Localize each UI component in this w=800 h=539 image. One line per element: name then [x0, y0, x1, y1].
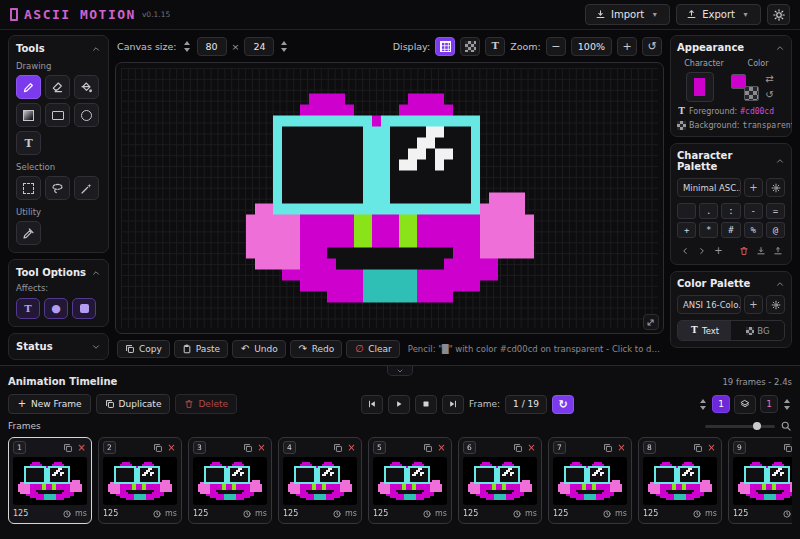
first-frame-button[interactable]	[361, 395, 383, 414]
duplicate-frame-icon[interactable]	[242, 442, 253, 453]
palette-character-button[interactable]: %	[744, 222, 763, 238]
chevron-up-icon[interactable]	[775, 156, 785, 166]
export-button[interactable]: Export ▾	[676, 4, 761, 25]
frame-card[interactable]: 8×125ms	[638, 437, 722, 524]
canvas-width-value[interactable]: 80	[197, 37, 227, 56]
palette-character-button[interactable]: #	[721, 222, 740, 238]
chevron-up-icon[interactable]	[775, 43, 785, 53]
new-frame-button[interactable]: +New Frame	[8, 394, 91, 414]
frame-duration-button[interactable]	[511, 508, 522, 519]
palette-character-button[interactable]: -	[744, 203, 763, 219]
import-button[interactable]: Import ▾	[585, 4, 670, 25]
paste-button[interactable]: Paste	[174, 340, 228, 358]
duplicate-frame-icon[interactable]	[512, 442, 523, 453]
palette-character-button[interactable]	[677, 203, 696, 219]
timeline-collapse-button[interactable]	[387, 366, 413, 376]
swap-colors-button[interactable]: ⇄	[763, 73, 777, 86]
canvas-height-stepper[interactable]	[279, 41, 289, 52]
palette-add-button[interactable]: +	[711, 244, 726, 258]
onion-next-count[interactable]: 1	[760, 395, 778, 413]
frame-card[interactable]: 2×125ms	[98, 437, 182, 524]
palette-prev-button[interactable]	[677, 244, 692, 258]
add-color-button[interactable]: +	[744, 295, 763, 314]
copy-button[interactable]: Copy	[117, 340, 170, 358]
palette-character-button[interactable]: .	[699, 203, 718, 219]
delete-frame-icon[interactable]: ×	[166, 442, 177, 453]
step-up-icon[interactable]	[184, 41, 190, 45]
color-preset-select[interactable]: ANSI 16-Colo... ▾	[677, 295, 741, 314]
tool-pencil[interactable]	[16, 75, 41, 99]
tool-rectangle[interactable]	[45, 103, 70, 127]
theme-toggle-button[interactable]	[767, 4, 790, 25]
redo-button[interactable]: ↷Redo	[290, 340, 343, 358]
add-character-button[interactable]: +	[744, 178, 763, 197]
tool-eyedropper[interactable]	[16, 221, 41, 245]
palette-character-button[interactable]: +	[677, 222, 696, 238]
drawing-canvas[interactable]: ↔	[115, 62, 664, 334]
duplicate-frame-button[interactable]: Duplicate	[96, 394, 171, 414]
canvas-width-stepper[interactable]	[182, 41, 192, 52]
background-swatch[interactable]	[744, 86, 759, 101]
color-swatches[interactable]	[731, 74, 759, 101]
tool-gradient-fill[interactable]	[16, 103, 41, 127]
tool-select-rectangle[interactable]	[16, 176, 41, 200]
duplicate-frame-icon[interactable]	[602, 442, 613, 453]
frame-duration-button[interactable]	[61, 508, 72, 519]
frame-duration-button[interactable]	[151, 508, 162, 519]
step-down-icon[interactable]	[281, 48, 287, 52]
step-up-icon[interactable]	[281, 41, 287, 45]
palette-delete-button[interactable]	[736, 244, 751, 258]
palette-next-button[interactable]	[694, 244, 709, 258]
tool-paint-bucket[interactable]	[74, 75, 99, 99]
foreground-swatch[interactable]	[731, 74, 746, 89]
zoom-reset-button[interactable]: ↺	[642, 37, 662, 56]
palette-character-button[interactable]: :	[721, 203, 740, 219]
delete-frame-icon[interactable]: ×	[76, 442, 87, 453]
character-preview-button[interactable]	[686, 72, 714, 102]
color-palette-settings-button[interactable]	[766, 295, 785, 314]
delete-frame-icon[interactable]: ×	[346, 442, 357, 453]
character-preset-select[interactable]: Minimal ASC... ▾	[677, 178, 741, 197]
frame-duration-button[interactable]	[781, 508, 792, 519]
palette-character-button[interactable]: =	[766, 203, 785, 219]
bg-color-tab[interactable]: BG	[731, 321, 784, 340]
stop-button[interactable]	[415, 395, 437, 414]
frame-duration-button[interactable]	[601, 508, 612, 519]
onion-prev-count[interactable]: 1	[712, 395, 730, 413]
loop-toggle-button[interactable]: ↻	[552, 395, 574, 414]
frame-duration-button[interactable]	[241, 508, 252, 519]
duplicate-frame-icon[interactable]	[152, 442, 163, 453]
step-up-icon[interactable]	[784, 399, 790, 403]
character-palette-settings-button[interactable]	[766, 178, 785, 197]
frame-duration-button[interactable]	[421, 508, 432, 519]
tool-text[interactable]: T	[16, 131, 41, 155]
step-up-icon[interactable]	[700, 399, 706, 403]
chevron-up-icon[interactable]	[775, 279, 785, 289]
step-down-icon[interactable]	[784, 406, 790, 410]
duplicate-frame-icon[interactable]	[332, 442, 343, 453]
clear-button[interactable]: ∅Clear	[346, 340, 400, 358]
palette-export-button[interactable]	[770, 244, 785, 258]
delete-frame-button[interactable]: Delete	[175, 394, 237, 414]
delete-frame-icon[interactable]: ×	[436, 442, 447, 453]
frame-card[interactable]: 1×125ms	[8, 437, 92, 524]
canvas-artwork[interactable]	[246, 94, 534, 303]
slider-thumb[interactable]	[753, 422, 761, 430]
reset-colors-button[interactable]: ↺	[763, 89, 777, 102]
onion-prev-stepper[interactable]	[698, 399, 708, 410]
tool-lasso[interactable]	[45, 176, 70, 200]
zoom-in-button[interactable]: +	[617, 37, 637, 56]
affects-character-chip[interactable]: T	[16, 298, 40, 319]
undo-button[interactable]: ↶Undo	[232, 340, 286, 358]
step-down-icon[interactable]	[184, 48, 190, 52]
frame-card[interactable]: 3×125ms	[188, 437, 272, 524]
frame-duration-button[interactable]	[691, 508, 702, 519]
delete-frame-icon[interactable]: ×	[526, 442, 537, 453]
thumbnail-size-slider[interactable]	[705, 421, 775, 431]
chevron-up-icon[interactable]	[91, 44, 101, 54]
frame-card[interactable]: 7×125ms	[548, 437, 632, 524]
duplicate-frame-icon[interactable]	[692, 442, 703, 453]
play-button[interactable]	[388, 395, 410, 414]
display-text-toggle[interactable]: T	[485, 37, 505, 56]
duplicate-frame-icon[interactable]	[62, 442, 73, 453]
